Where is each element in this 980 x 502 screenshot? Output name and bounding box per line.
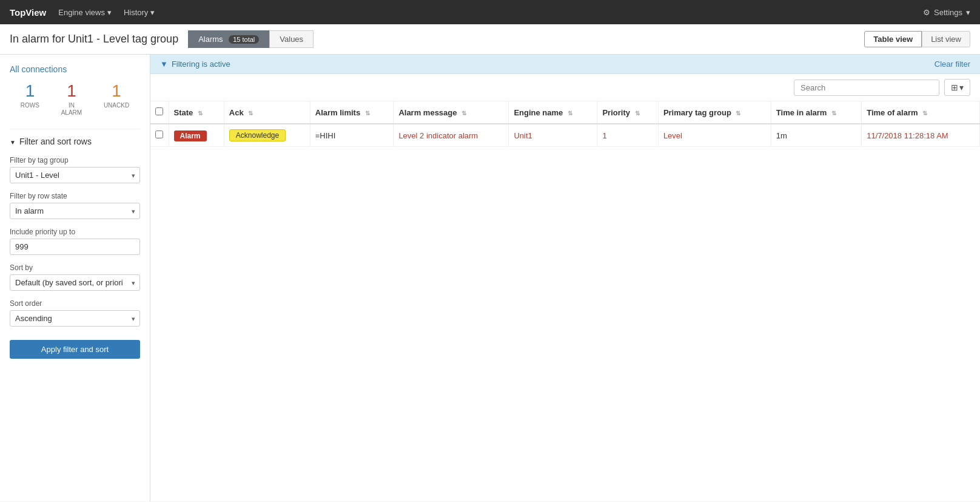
sidebar-divider: [10, 129, 140, 129]
stat-in-alarm: 1 INALARM: [61, 81, 82, 117]
col-engine-name[interactable]: Engine name ⇅: [509, 101, 597, 124]
filter-row-state-wrapper: In alarm All Not in alarm: [10, 203, 140, 219]
alarms-table: State ⇅ Ack ⇅ Alarm limits ⇅ Alarm mes: [150, 101, 980, 147]
sort-engine-name-icon: ⇅: [568, 110, 572, 117]
filter-sort-by: Sort by Default (by saved sort, or prior…: [10, 263, 140, 291]
row-state-cell: Alarm: [169, 124, 224, 147]
list-view-button[interactable]: List view: [922, 31, 970, 47]
tab-bar: Alarms 15 total Values: [188, 30, 314, 48]
filter-priority: Include priority up to: [10, 228, 140, 255]
filter-active-text: Filtering is active: [172, 59, 230, 69]
brand-label: TopView: [10, 7, 46, 18]
filter-row-state-label: Filter by row state: [10, 192, 140, 200]
table-wrapper: State ⇅ Ack ⇅ Alarm limits ⇅ Alarm mes: [150, 101, 980, 501]
filter-section: Filter and sort rows Filter by tag group…: [10, 137, 140, 359]
filter-row-state: Filter by row state In alarm All Not in …: [10, 192, 140, 219]
filter-sort-by-label: Sort by: [10, 263, 140, 272]
alarms-badge: 15 total: [229, 35, 259, 44]
col-alarm-limits[interactable]: Alarm limits ⇅: [310, 101, 394, 124]
filter-tag-group-label: Filter by tag group: [10, 156, 140, 165]
stat-rows-value: 1: [21, 81, 39, 101]
filter-header[interactable]: Filter and sort rows: [10, 137, 140, 146]
clear-filter-link[interactable]: Clear filter: [935, 59, 970, 69]
filter-sort-by-wrapper: Default (by saved sort, or priori Priori…: [10, 274, 140, 291]
filter-bar-left: ▼ Filtering is active: [160, 59, 230, 69]
stat-unackd-label: UNACKD: [104, 102, 129, 109]
stats-row: 1 ROWS 1 INALARM 1 UNACKD: [10, 81, 140, 117]
col-alarm-message[interactable]: Alarm message ⇅: [394, 101, 509, 124]
top-nav-left: TopView Engine views ▾ History ▾: [10, 7, 155, 18]
filter-sort-order: Sort order Ascending Descending: [10, 299, 140, 327]
stat-rows: 1 ROWS: [21, 81, 39, 117]
sort-ack-icon: ⇅: [248, 110, 253, 117]
filter-priority-input[interactable]: [10, 239, 140, 255]
filter-active-icon: ▼: [160, 59, 168, 69]
row-checkbox[interactable]: [155, 131, 163, 138]
filter-title: Filter and sort rows: [19, 137, 92, 146]
grid-view-button[interactable]: ⊞ ▾: [944, 79, 970, 96]
col-priority[interactable]: Priority ⇅: [597, 101, 658, 124]
row-engine-name-cell: Unit1: [509, 124, 597, 147]
chevron-down-icon: ▾: [150, 8, 155, 17]
table-view-button[interactable]: Table view: [864, 31, 922, 47]
col-state[interactable]: State ⇅: [169, 101, 224, 124]
filter-tag-group: Filter by tag group Unit1 - Level All: [10, 156, 140, 183]
select-all-checkbox[interactable]: [155, 107, 163, 115]
sort-alarm-message-icon: ⇅: [461, 110, 466, 117]
settings-nav[interactable]: ⚙ Settings ▾: [923, 8, 970, 17]
col-checkbox: [150, 101, 169, 124]
filter-tag-group-wrapper: Unit1 - Level All: [10, 167, 140, 183]
filter-bar: ▼ Filtering is active Clear filter: [150, 55, 980, 74]
nav-engine-views[interactable]: Engine views ▾: [58, 8, 112, 17]
filter-priority-label: Include priority up to: [10, 228, 140, 236]
table-body: Alarm Acknowledge =HIHI Level 2 indicato…: [150, 124, 980, 147]
row-checkbox-cell: [150, 124, 169, 147]
filter-chevron-icon: [10, 137, 16, 146]
sort-time-of-alarm-icon: ⇅: [922, 110, 927, 117]
sort-time-in-alarm-icon: ⇅: [831, 110, 836, 117]
sort-priority-icon: ⇅: [635, 110, 640, 117]
stat-unackd-value: 1: [104, 81, 129, 101]
row-primary-tag-group-cell: Level: [658, 124, 771, 147]
tab-alarms[interactable]: Alarms 15 total: [188, 30, 269, 48]
top-nav: TopView Engine views ▾ History ▾ ⚙ Setti…: [0, 0, 980, 24]
main-layout: All connections 1 ROWS 1 INALARM 1 UNACK…: [0, 55, 980, 501]
col-primary-tag-group[interactable]: Primary tag group ⇅: [658, 101, 771, 124]
filter-tag-group-select[interactable]: Unit1 - Level All: [10, 167, 140, 183]
page-header: In alarm for Unit1 - Level tag group Ala…: [0, 24, 980, 55]
connections-title: All connections: [10, 64, 140, 74]
row-alarm-limits-cell: =HIHI: [310, 124, 394, 147]
col-time-of-alarm[interactable]: Time of alarm ⇅: [862, 101, 980, 124]
content-area: ▼ Filtering is active Clear filter ⊞ ▾: [150, 55, 980, 501]
row-time-of-alarm-cell: 11/7/2018 11:28:18 AM: [862, 124, 980, 147]
alarm-state-badge: Alarm: [174, 131, 207, 141]
tab-values[interactable]: Values: [269, 30, 314, 48]
filter-row-state-select[interactable]: In alarm All Not in alarm: [10, 203, 140, 219]
search-input[interactable]: [794, 80, 939, 96]
col-ack[interactable]: Ack ⇅: [224, 101, 310, 124]
nav-history[interactable]: History ▾: [124, 8, 155, 17]
stat-in-alarm-label: INALARM: [61, 102, 82, 117]
grid-icon: ⊞: [951, 83, 958, 92]
sort-alarm-limits-icon: ⇅: [365, 110, 370, 117]
apply-filter-button[interactable]: Apply filter and sort: [10, 340, 140, 359]
gear-icon: ⚙: [923, 8, 930, 17]
connections-section: All connections 1 ROWS 1 INALARM 1 UNACK…: [10, 64, 140, 117]
filter-sort-by-select[interactable]: Default (by saved sort, or priori Priori…: [10, 274, 140, 291]
sidebar: All connections 1 ROWS 1 INALARM 1 UNACK…: [0, 55, 150, 501]
sort-state-icon: ⇅: [198, 110, 203, 117]
table-row: Alarm Acknowledge =HIHI Level 2 indicato…: [150, 124, 980, 147]
filter-sort-order-select[interactable]: Ascending Descending: [10, 310, 140, 327]
row-alarm-message-cell: Level 2 indicator alarm: [394, 124, 509, 147]
grid-chevron-icon: ▾: [959, 83, 964, 92]
filter-sort-order-wrapper: Ascending Descending: [10, 310, 140, 327]
sort-primary-tag-group-icon: ⇅: [736, 110, 740, 117]
stat-rows-label: ROWS: [21, 102, 39, 109]
col-time-in-alarm[interactable]: Time in alarm ⇅: [771, 101, 861, 124]
view-toggle: Table view List view: [864, 31, 970, 47]
page-title: In alarm for Unit1 - Level tag group: [10, 33, 178, 46]
stat-in-alarm-value: 1: [61, 81, 82, 101]
chevron-down-icon: ▾: [107, 8, 112, 17]
acknowledge-button[interactable]: Acknowledge: [229, 129, 286, 141]
stat-unackd: 1 UNACKD: [104, 81, 129, 117]
